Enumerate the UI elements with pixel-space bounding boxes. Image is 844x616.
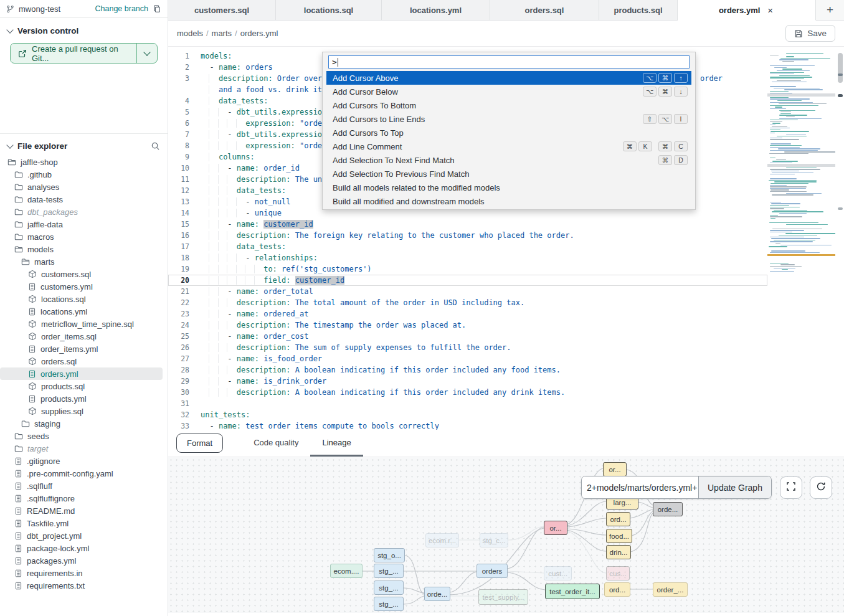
tree-item-sqlfluff[interactable]: .sqlfluff	[0, 480, 168, 492]
tab-products-sql[interactable]: products.sql	[599, 0, 678, 21]
tab-orders-yml[interactable]: orders.yml×	[678, 0, 816, 21]
lineage-node-order[interactable]: order_...	[653, 582, 688, 597]
lineage-node-drin[interactable]: drin...	[606, 545, 631, 559]
refresh-button[interactable]	[810, 476, 832, 499]
lineage-node-cust[interactable]: cust...	[544, 566, 572, 580]
code-line[interactable]: 26 description: The sum of supply expens…	[168, 342, 767, 353]
lineage-node-orders[interactable]: orders	[477, 564, 508, 578]
command-palette-input[interactable]: >	[328, 55, 690, 69]
code-line[interactable]: 23 - name: ordered_at	[168, 308, 767, 320]
lineage-node-or[interactable]: or...	[603, 462, 627, 476]
tree-item-taskfile-yml[interactable]: Taskfile.yml	[0, 517, 168, 529]
tree-item-staging[interactable]: staging	[0, 417, 168, 430]
tree-item-products-sql[interactable]: products.sql	[0, 380, 168, 392]
panel-tab-lineage[interactable]: Lineage	[310, 430, 363, 457]
lineage-node-test-order-it[interactable]: test_order_it...	[545, 584, 600, 599]
tree-item-order-items-yml[interactable]: order_items.yml	[0, 343, 168, 355]
lineage-node-stg[interactable]: stg_...	[374, 597, 404, 611]
save-button[interactable]: Save	[785, 25, 835, 42]
tree-item-marts[interactable]: marts	[0, 255, 168, 268]
tree-item-orders-yml[interactable]: orders.yml	[0, 367, 163, 380]
code-line[interactable]: 15 - name: customer_id	[168, 219, 767, 230]
create-pr-button[interactable]: Create a pull request on Git...	[10, 43, 158, 64]
lineage-node-stg[interactable]: stg_...	[374, 580, 404, 595]
tree-item-requirements-txt[interactable]: requirements.txt	[0, 579, 168, 592]
lineage-filter-input[interactable]: 2+models/marts/orders.yml+	[582, 476, 698, 498]
lineage-node-ord[interactable]: ord...	[604, 582, 630, 597]
minimap[interactable]	[767, 52, 835, 277]
panel-tab-code-quality[interactable]: Code quality	[242, 430, 310, 457]
tree-item-products-yml[interactable]: products.yml	[0, 392, 168, 405]
lineage-node-stg-c[interactable]: stg_c...	[480, 533, 508, 547]
command-item-add-selection-to-previous-find-match[interactable]: Add Selection To Previous Find Match	[326, 167, 691, 181]
tree-item-readme-md[interactable]: README.md	[0, 505, 168, 517]
command-item-add-line-comment[interactable]: Add Line Comment⌘K⌘C	[326, 140, 691, 153]
tree-item-orders-sql[interactable]: orders.sql	[0, 355, 168, 367]
tree-item-locations-sql[interactable]: locations.sql	[0, 293, 168, 305]
copy-icon[interactable]	[153, 4, 161, 13]
change-branch-link[interactable]: Change branch	[95, 4, 148, 13]
command-item-add-cursors-to-bottom[interactable]: Add Cursors To Bottom	[326, 98, 691, 112]
file-explorer-header[interactable]: File explorer	[0, 134, 168, 156]
tree-item-data-tests[interactable]: data-tests	[0, 193, 168, 206]
tree-item-jaffle-data[interactable]: jaffle-data	[0, 218, 168, 230]
version-control-header[interactable]: Version control	[0, 18, 168, 40]
code-line[interactable]: 28 description: A boolean indicating if …	[168, 364, 767, 376]
code-line[interactable]: 16 description: The foreign key relating…	[168, 230, 767, 241]
code-line[interactable]: 19 to: ref('stg_customers')	[168, 263, 767, 275]
tree-item-seeds[interactable]: seeds	[0, 430, 168, 442]
tab-locations-sql[interactable]: locations.sql	[276, 0, 382, 21]
breadcrumb-part[interactable]: orders.yml	[240, 29, 278, 38]
tree-item-macros[interactable]: macros	[0, 230, 168, 243]
pr-dropdown-button[interactable]	[136, 44, 157, 63]
command-item-add-cursor-above[interactable]: Add Cursor Above⌥⌘↑	[326, 71, 691, 85]
command-item-build-all-models-related-to-the-modified-models[interactable]: Build all models related to the modified…	[326, 181, 691, 194]
command-item-add-cursors-to-line-ends[interactable]: Add Cursors to Line Ends⇧⌥I	[326, 112, 691, 126]
tree-item-gitignore[interactable]: .gitignore	[0, 455, 168, 467]
tree-item-package-lock-yml[interactable]: package-lock.yml	[0, 542, 168, 554]
lineage-node-test-supply[interactable]: test_supply...	[478, 589, 528, 605]
code-line[interactable]: 33 - name: test_order_items_compute_to_b…	[168, 420, 767, 430]
code-line[interactable]: 24 description: The timestamp the order …	[168, 320, 767, 331]
lineage-node-orde[interactable]: orde...	[653, 502, 683, 516]
tree-item-dbt-project-yml[interactable]: dbt_project.yml	[0, 529, 168, 542]
tab-orders-sql[interactable]: orders.sql	[490, 0, 599, 21]
lineage-node-ord[interactable]: ord...	[606, 512, 630, 526]
tree-item-target[interactable]: target	[0, 442, 168, 455]
command-item-add-cursors-to-top[interactable]: Add Cursors To Top	[326, 126, 691, 140]
tree-item-supplies-sql[interactable]: supplies.sql	[0, 405, 168, 417]
tab-locations-yml[interactable]: locations.yml	[382, 0, 490, 21]
lineage-node-stg[interactable]: stg_...	[374, 564, 404, 578]
tree-item-requirements-in[interactable]: requirements.in	[0, 567, 168, 579]
lineage-node-ecom[interactable]: ecom....	[330, 564, 363, 578]
tree-item-pre-commit-config-yaml[interactable]: .pre-commit-config.yaml	[0, 467, 168, 480]
code-line[interactable]: 21 - name: order_total	[168, 286, 767, 297]
lineage-node-cus[interactable]: cus...	[606, 566, 630, 580]
code-line[interactable]: 22 description: The total amount of the …	[168, 297, 767, 308]
code-line[interactable]: 20 field: customer_id	[168, 275, 767, 286]
lineage-node-food[interactable]: food...	[606, 529, 632, 543]
code-line[interactable]: 27 - name: is_food_order	[168, 353, 767, 364]
tree-item-locations-yml[interactable]: locations.yml	[0, 305, 168, 318]
breadcrumb-part[interactable]: models	[177, 29, 203, 38]
command-item-add-cursor-below[interactable]: Add Cursor Below⌥⌘↓	[326, 85, 691, 98]
tree-item-order-items-sql[interactable]: order_items.sql	[0, 330, 168, 343]
command-item-add-selection-to-next-find-match[interactable]: Add Selection To Next Find Match⌘D	[326, 153, 691, 167]
lineage-node-stg-o[interactable]: stg_o...	[374, 548, 405, 562]
code-line[interactable]: 18 - relationships:	[168, 252, 767, 263]
lineage-node-ecom-r[interactable]: ecom.r...	[425, 533, 459, 547]
tab-customers-sql[interactable]: customers.sql	[168, 0, 276, 21]
update-graph-button[interactable]: Update Graph	[698, 476, 771, 498]
code-line[interactable]: 25 - name: order_cost	[168, 331, 767, 342]
search-icon[interactable]	[151, 141, 160, 151]
editor-scrollbar[interactable]	[837, 47, 844, 430]
tree-item-customers-yml[interactable]: customers.yml	[0, 280, 168, 293]
code-line[interactable]: 17 data_tests:	[168, 241, 767, 252]
code-editor[interactable]: 1models:2 - name: orders3 description: O…	[168, 47, 844, 430]
lineage-node-or[interactable]: or...	[544, 521, 567, 535]
lineage-canvas[interactable]: ecom....stg_o...stg_...stg_...stg_...ord…	[168, 457, 844, 613]
tree-item-metricflow-time-spine-sql[interactable]: metricflow_time_spine.sql	[0, 318, 168, 330]
tree-item-jaffle-shop[interactable]: jaffle-shop	[0, 156, 168, 168]
breadcrumb-part[interactable]: marts	[212, 29, 232, 38]
format-button[interactable]: Format	[176, 434, 223, 453]
